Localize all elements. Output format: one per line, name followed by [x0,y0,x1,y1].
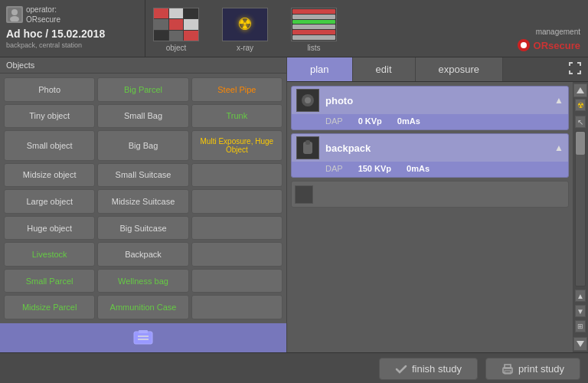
scroll-thumb[interactable] [576,132,585,155]
object-thumbnail [153,8,199,41]
print-study-button[interactable]: print study [485,358,580,380]
study-item-photo-expand[interactable]: ▲ [554,95,564,106]
btn-empty4 [191,242,283,267]
tab-plan[interactable]: plan [287,57,353,81]
btn-empty6 [191,295,283,319]
study-item-backpack-header: backpack ▲ [292,134,568,162]
right-panel: plan edit exposure [287,57,588,352]
svg-point-1 [11,9,18,15]
scroll-track [575,131,586,286]
btn-midsize-suitcase[interactable]: Midsize Suitcase [97,189,188,214]
btn-wellness-bag[interactable]: Wellness bag [97,269,188,293]
radiation-icon: ☢ [237,15,253,34]
btn-midsize-parcel[interactable]: Midsize Parcel [4,295,95,319]
print-study-label: print study [518,363,564,375]
study-item-backpack-name: backpack [325,142,554,154]
tab-exposure[interactable]: exposure [416,57,503,81]
xray-nav-label: x-ray [237,44,253,52]
svg-rect-6 [139,330,148,333]
nav-item-object[interactable]: object [153,8,199,52]
photo-mas-value: 0mAs [397,116,420,126]
study-item-backpack: backpack ▲ DAP 150 KVp 0mAs [291,133,569,178]
object-nav-label: object [166,44,187,52]
btn-small-object[interactable]: Small object [4,130,95,161]
chevron-up-icon [576,87,585,94]
operator-label: operator: [26,5,60,15]
scroll-up-btn[interactable] [573,83,587,97]
btn-photo[interactable]: Photo [4,77,95,102]
management-label: management [536,28,580,36]
logo-section: operator: ORsecure Ad hoc / 15.02.2018 b… [0,0,145,57]
operator-name: ORsecure [26,15,60,25]
study-item-photo-header: photo ▲ [292,87,568,114]
btn-empty5 [191,269,283,293]
orsecure-name: ORsecure [534,40,580,51]
study-item-backpack-expand[interactable]: ▲ [554,142,564,153]
btn-large-object[interactable]: Large object [4,189,95,214]
orsecure-nav: management ORsecure [509,0,588,57]
btn-small-parcel[interactable]: Small Parcel [4,269,95,293]
study-item-photo-thumb [296,89,319,112]
left-panel: Objects Photo Big Parcel Steel Pipe Tiny… [0,57,287,352]
orsecure-logo[interactable]: ORsecure [517,38,580,52]
photo-kvp-value: 0 KVp [358,116,382,126]
study-item-empty [291,181,569,208]
btn-ammunition-case[interactable]: Ammunition Case [97,295,188,319]
btn-huge-object[interactable]: Huge object [4,216,95,241]
scrollbar-area: ☢ ↖ ▲ ▼ ⊞ [573,82,588,352]
radiation-side-icon: ☢ [575,99,586,111]
svg-point-4 [521,42,527,48]
finish-study-button[interactable]: finish study [379,358,478,380]
btn-trunk[interactable]: Trunk [191,104,283,129]
operator-info: operator: ORsecure [26,5,60,25]
nav-icons: object ☢ x-ray lists [145,0,509,57]
chevron-down2-icon[interactable]: ▼ [575,305,586,317]
btn-backpack[interactable]: Backpack [97,242,188,267]
operator-avatar [6,6,23,23]
arrow-side-icon[interactable]: ↖ [575,116,586,128]
finish-study-label: finish study [412,363,462,375]
btn-steel-pipe[interactable]: Steel Pipe [191,77,283,102]
btn-small-suitcase[interactable]: Small Suitcase [97,163,188,188]
btn-empty1 [191,163,283,188]
checkmark-icon [395,364,407,375]
main-area: Objects Photo Big Parcel Steel Pipe Tiny… [0,57,588,352]
btn-tiny-object[interactable]: Tiny object [4,104,95,129]
page-icon[interactable]: ⊞ [575,320,586,332]
study-item-backpack-details: DAP 150 KVp 0mAs [292,162,568,177]
right-content: photo ▲ DAP 0 KVp 0mAs [287,82,588,352]
btn-empty3 [191,216,283,241]
btn-big-parcel[interactable]: Big Parcel [97,77,188,102]
btn-small-bag[interactable]: Small Bag [97,104,188,129]
btn-livestock[interactable]: Livestock [4,242,95,267]
fullscreen-button[interactable] [562,57,588,81]
btn-big-suitcase[interactable]: Big Suitcase [97,216,188,241]
nav-item-xray[interactable]: ☢ x-ray [222,8,268,52]
svg-marker-16 [577,341,584,347]
tab-edit[interactable]: edit [353,57,416,81]
scroll-down-btn[interactable] [573,337,587,351]
items-list: photo ▲ DAP 0 KVp 0mAs [287,82,573,352]
xray-thumbnail: ☢ [222,8,268,41]
chevron-up2-icon[interactable]: ▲ [575,290,586,302]
chevron-down-icon [576,340,585,348]
operator-row: operator: ORsecure [6,5,139,25]
btn-multi-exposure[interactable]: Multi Exposure, Huge Object [191,130,283,161]
svg-marker-15 [577,87,584,93]
svg-rect-14 [305,140,310,145]
btn-big-bag[interactable]: Big Bag [97,130,188,161]
nav-item-lists[interactable]: lists [291,8,337,52]
ad-hoc-date: Ad hoc / 15.02.2018 [6,28,139,40]
photo-dap-label: DAP [325,116,343,126]
objects-header: Objects [0,57,286,74]
btn-midsize-object[interactable]: Midsize object [4,163,95,188]
print-icon [501,364,514,375]
study-item-backpack-thumb [296,136,319,159]
tabs-bar: plan edit exposure [287,57,588,82]
lists-nav-label: lists [307,44,320,52]
top-bar: operator: ORsecure Ad hoc / 15.02.2018 b… [0,0,588,57]
orsecure-record-icon [517,38,531,52]
station-info: backpack, central station [6,41,139,49]
svg-rect-5 [134,332,152,344]
fullscreen-icon [568,61,582,75]
